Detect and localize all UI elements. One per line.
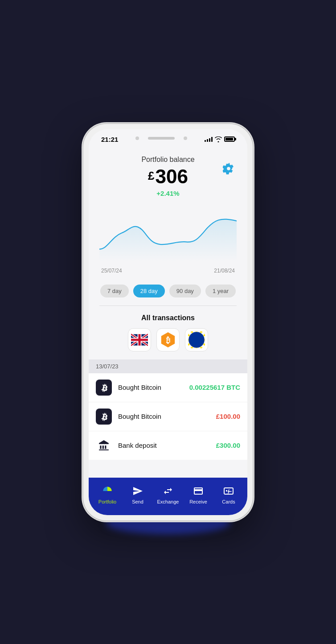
nav-item-send[interactable]: Send [124,485,151,504]
btc-icon: ₿ [160,331,176,348]
exchange-icon [163,486,173,496]
period-buttons: 7 day 28 day 90 day 1 year [99,278,237,305]
notch-dot-2 [184,136,187,140]
signal-bars-icon [205,136,213,142]
nav-label-portfolio: Portfolio [98,499,116,504]
transaction-item[interactable]: Bought Bitcoin £100.00 [89,402,247,431]
portfolio-label: Portfolio balance [99,156,237,164]
currency-filters: ₿ [99,328,237,351]
nav-label-cards: Cards [222,499,235,504]
screen-content: Portfolio balance £ 306 +2.41% [89,147,247,351]
bank-icon [98,440,110,451]
tx-label-2: Bought Bitcoin [118,413,216,420]
transactions-title: All transactions [99,314,237,322]
bitcoin-icon [99,383,109,392]
bottom-nav: Portfolio Send [89,478,247,515]
eu-flag-icon [188,331,205,348]
portfolio-header: Portfolio balance £ 306 +2.41% [99,147,237,202]
date-header: 13/07/23 [89,359,247,373]
battery-icon [224,136,235,142]
status-time: 21:21 [101,136,118,143]
svg-point-2 [188,331,205,347]
period-7day[interactable]: 7 day [100,285,129,297]
transaction-item[interactable]: Bought Bitcoin 0.00225617 BTC [89,373,247,402]
chart-container: 25/07/24 21/08/24 [99,202,237,278]
signal-bar-4 [211,137,213,142]
uk-flag-icon [131,334,148,346]
portfolio-icon [102,485,113,497]
status-bar: 21:21 [89,129,247,147]
notch-area [135,136,187,142]
signal-bar-1 [205,140,206,142]
svg-text:₿: ₿ [166,336,170,344]
signal-bar-2 [207,139,208,142]
phone-screen: 21:21 [89,129,247,515]
period-1year[interactable]: 1 year [205,285,236,297]
portfolio-chart [99,206,237,264]
signal-bar-3 [209,138,210,142]
send-icon [132,486,143,496]
gear-icon [223,163,234,174]
status-icons [205,136,235,142]
period-28day[interactable]: 28 day [133,285,165,297]
currency-symbol: £ [148,169,154,183]
portfolio-nav-icon [101,485,114,497]
filter-eur[interactable] [185,328,208,351]
phone-wrapper: 21:21 [74,124,262,520]
portfolio-change: +2.41% [99,190,237,197]
chart-start-date: 25/07/24 [101,268,122,274]
transaction-item[interactable]: Bank deposit £300.00 [89,431,247,460]
wifi-icon [215,136,222,142]
notch-dot-1 [135,136,139,140]
cards-icon [223,486,234,496]
battery-fill [225,138,233,140]
tx-amount-3: £300.00 [216,442,240,449]
nav-item-cards[interactable]: Cards [215,485,242,504]
receive-nav-icon [192,485,205,497]
nav-item-receive[interactable]: Receive [185,485,212,504]
phone-frame: 21:21 [83,124,253,520]
chart-dates: 25/07/24 21/08/24 [99,266,237,274]
tx-label-1: Bought Bitcoin [118,384,189,391]
tx-label-3: Bank deposit [118,442,216,449]
send-nav-icon [131,485,144,497]
nav-label-exchange: Exchange [157,499,179,504]
receive-icon [193,486,204,496]
nav-item-portfolio[interactable]: Portfolio [94,485,121,504]
tx-amount-2: £100.00 [216,413,240,420]
transaction-list: Bought Bitcoin 0.00225617 BTC Bought Bit… [89,373,247,460]
divider [99,305,237,306]
cards-nav-icon [222,485,235,497]
period-90day[interactable]: 90 day [169,285,201,297]
nav-label-receive: Receive [189,499,207,504]
filter-btc[interactable]: ₿ [156,328,180,351]
settings-button[interactable] [221,161,237,177]
tx-icon-btc-2 [96,409,112,425]
nav-item-exchange[interactable]: Exchange [155,485,181,504]
exchange-nav-icon [162,485,174,497]
portfolio-amount: £ 306 [99,165,237,188]
bitcoin-icon-2 [99,412,109,421]
amount-value: 306 [156,165,188,188]
tx-icon-btc-1 [96,380,112,396]
chart-end-date: 21/08/24 [214,268,235,274]
notch-pill [148,137,175,140]
filter-gbp[interactable] [128,328,151,351]
tx-amount-1: 0.00225617 BTC [189,384,240,391]
tx-icon-bank [96,438,112,454]
nav-label-send: Send [132,499,143,504]
